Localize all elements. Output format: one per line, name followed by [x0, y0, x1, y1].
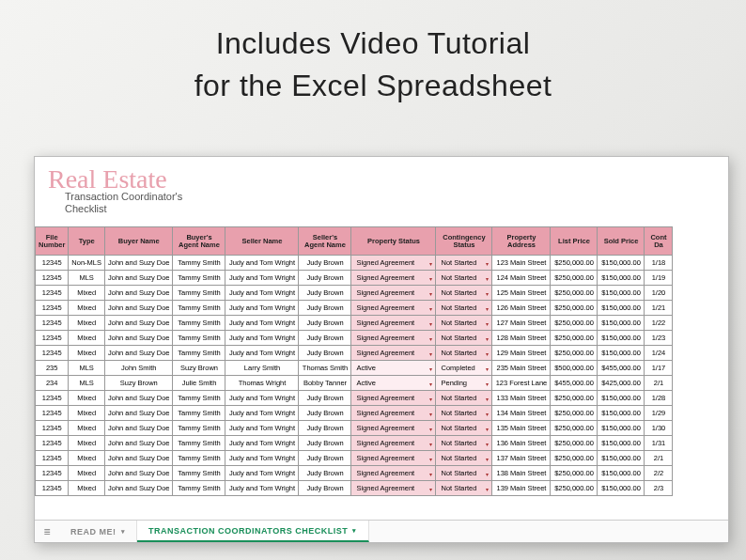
cell-sellers-agent[interactable]: Judy Brown — [299, 256, 351, 271]
cell-address[interactable]: 235 Main Street — [492, 361, 551, 376]
cell-list-price[interactable]: $250,000.00 — [551, 346, 598, 361]
cell-contingency-status-dropdown[interactable]: Not Started — [436, 256, 492, 271]
cell-seller[interactable]: Judy and Tom Wright — [225, 436, 299, 451]
col-seller-name[interactable]: Seller Name — [225, 227, 299, 256]
cell-list-price[interactable]: $250,000.00 — [551, 286, 598, 301]
cell-property-status-dropdown[interactable]: Signed Agreement — [351, 301, 436, 316]
cell-property-status-dropdown[interactable]: Signed Agreement — [351, 286, 436, 301]
cell-date[interactable]: 2/3 — [645, 481, 673, 496]
cell-sold-price[interactable]: $150,000.00 — [598, 316, 645, 331]
cell-property-status-dropdown[interactable]: Signed Agreement — [351, 271, 436, 286]
cell-sellers-agent[interactable]: Judy Brown — [299, 421, 351, 436]
cell-list-price[interactable]: $250,000.00 — [551, 271, 598, 286]
col-buyers-agent[interactable]: Buyer's Agent Name — [173, 227, 225, 256]
cell-buyer[interactable]: John and Suzy Doe — [105, 421, 173, 436]
cell-buyers-agent[interactable]: Tammy Smith — [173, 451, 225, 466]
cell-date[interactable]: 1/22 — [645, 316, 673, 331]
cell-sold-price[interactable]: $455,000.00 — [598, 361, 645, 376]
cell-file[interactable]: 235 — [36, 361, 69, 376]
cell-buyer[interactable]: John Smith — [105, 361, 173, 376]
cell-property-status-dropdown[interactable]: Signed Agreement — [351, 406, 436, 421]
cell-property-status-dropdown[interactable]: Signed Agreement — [351, 421, 436, 436]
cell-sold-price[interactable]: $150,000.00 — [598, 331, 645, 346]
cell-buyers-agent[interactable]: Tammy Smith — [173, 271, 225, 286]
cell-sold-price[interactable]: $150,000.00 — [598, 391, 645, 406]
cell-sold-price[interactable]: $150,000.00 — [598, 421, 645, 436]
table-row[interactable]: 12345MixedJohn and Suzy DoeTammy SmithJu… — [36, 316, 673, 331]
cell-sellers-agent[interactable]: Judy Brown — [299, 481, 351, 496]
cell-seller[interactable]: Thomas Wright — [225, 376, 299, 391]
cell-contingency-status-dropdown[interactable]: Not Started — [436, 436, 492, 451]
cell-file[interactable]: 12345 — [36, 271, 69, 286]
table-row[interactable]: 12345MLSJohn and Suzy DoeTammy SmithJudy… — [36, 271, 673, 286]
cell-type[interactable]: MLS — [69, 376, 105, 391]
cell-property-status-dropdown[interactable]: Signed Agreement — [351, 451, 436, 466]
cell-buyers-agent[interactable]: Tammy Smith — [173, 481, 225, 496]
cell-address[interactable]: 135 Main Street — [492, 421, 551, 436]
cell-sellers-agent[interactable]: Judy Brown — [299, 391, 351, 406]
cell-buyers-agent[interactable]: Tammy Smith — [173, 391, 225, 406]
cell-buyer[interactable]: John and Suzy Doe — [105, 271, 173, 286]
cell-type[interactable]: Mixed — [69, 286, 105, 301]
cell-contingency-status-dropdown[interactable]: Not Started — [436, 271, 492, 286]
cell-contingency-status-dropdown[interactable]: Not Started — [436, 466, 492, 481]
cell-buyer[interactable]: John and Suzy Doe — [105, 346, 173, 361]
cell-date[interactable]: 1/30 — [645, 421, 673, 436]
cell-file[interactable]: 12345 — [36, 346, 69, 361]
cell-type[interactable]: Mixed — [69, 466, 105, 481]
cell-list-price[interactable]: $250,000.00 — [551, 316, 598, 331]
cell-sellers-agent[interactable]: Judy Brown — [299, 331, 351, 346]
cell-seller[interactable]: Judy and Tom Wright — [225, 271, 299, 286]
table-row[interactable]: 12345Non-MLSJohn and Suzy DoeTammy Smith… — [36, 256, 673, 271]
cell-seller[interactable]: Judy and Tom Wright — [225, 346, 299, 361]
table-row[interactable]: 235MLSJohn SmithSuzy BrownLarry SmithTho… — [36, 361, 673, 376]
cell-buyers-agent[interactable]: Tammy Smith — [173, 466, 225, 481]
cell-buyer[interactable]: Suzy Brown — [105, 376, 173, 391]
cell-property-status-dropdown[interactable]: Signed Agreement — [351, 256, 436, 271]
cell-list-price[interactable]: $250,000.00 — [551, 256, 598, 271]
cell-address[interactable]: 125 Main Street — [492, 286, 551, 301]
cell-list-price[interactable]: $250,000.00 — [551, 481, 598, 496]
cell-address[interactable]: 123 Main Street — [492, 256, 551, 271]
cell-list-price[interactable]: $250,000.00 — [551, 421, 598, 436]
cell-address[interactable]: 128 Main Street — [492, 331, 551, 346]
cell-file[interactable]: 12345 — [36, 316, 69, 331]
cell-buyers-agent[interactable]: Suzy Brown — [173, 361, 225, 376]
cell-buyers-agent[interactable]: Tammy Smith — [173, 406, 225, 421]
table-row[interactable]: 12345MixedJohn and Suzy DoeTammy SmithJu… — [36, 466, 673, 481]
cell-address[interactable]: 138 Main Street — [492, 466, 551, 481]
table-row[interactable]: 234MLSSuzy BrownJulie SmithThomas Wright… — [36, 376, 673, 391]
cell-seller[interactable]: Judy and Tom Wright — [225, 391, 299, 406]
cell-list-price[interactable]: $455,000.00 — [551, 376, 598, 391]
cell-property-status-dropdown[interactable]: Active — [351, 376, 436, 391]
table-row[interactable]: 12345MixedJohn and Suzy DoeTammy SmithJu… — [36, 331, 673, 346]
cell-file[interactable]: 12345 — [36, 391, 69, 406]
cell-sellers-agent[interactable]: Judy Brown — [299, 346, 351, 361]
cell-type[interactable]: Mixed — [69, 316, 105, 331]
cell-list-price[interactable]: $250,000.00 — [551, 436, 598, 451]
cell-sellers-agent[interactable]: Judy Brown — [299, 406, 351, 421]
cell-date[interactable]: 1/18 — [645, 256, 673, 271]
cell-address[interactable]: 136 Main Street — [492, 436, 551, 451]
cell-contingency-status-dropdown[interactable]: Not Started — [436, 316, 492, 331]
cell-sellers-agent[interactable]: Bobby Tanner — [299, 376, 351, 391]
cell-buyers-agent[interactable]: Tammy Smith — [173, 301, 225, 316]
cell-seller[interactable]: Judy and Tom Wright — [225, 451, 299, 466]
cell-address[interactable]: 139 Main Street — [492, 481, 551, 496]
cell-list-price[interactable]: $250,000.00 — [551, 466, 598, 481]
col-buyer-name[interactable]: Buyer Name — [105, 227, 173, 256]
cell-date[interactable]: 2/1 — [645, 451, 673, 466]
cell-type[interactable]: Non-MLS — [69, 256, 105, 271]
cell-sellers-agent[interactable]: Judy Brown — [299, 451, 351, 466]
cell-date[interactable]: 1/19 — [645, 271, 673, 286]
table-row[interactable]: 12345MixedJohn and Suzy DoeTammy SmithJu… — [36, 346, 673, 361]
cell-contingency-status-dropdown[interactable]: Not Started — [436, 286, 492, 301]
cell-sellers-agent[interactable]: Judy Brown — [299, 286, 351, 301]
cell-contingency-status-dropdown[interactable]: Not Started — [436, 331, 492, 346]
cell-type[interactable]: MLS — [69, 361, 105, 376]
cell-buyer[interactable]: John and Suzy Doe — [105, 316, 173, 331]
cell-property-status-dropdown[interactable]: Signed Agreement — [351, 466, 436, 481]
cell-type[interactable]: Mixed — [69, 451, 105, 466]
cell-seller[interactable]: Larry Smith — [225, 361, 299, 376]
cell-list-price[interactable]: $250,000.00 — [551, 451, 598, 466]
